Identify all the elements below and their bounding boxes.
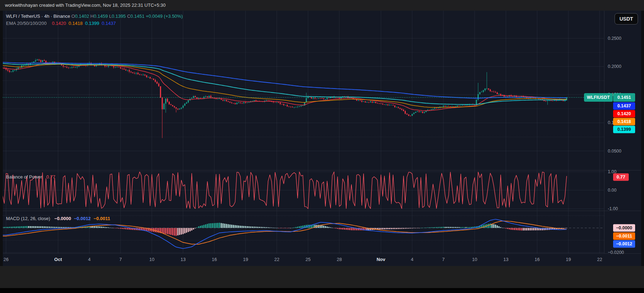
ohlc-value: 0.1402 [75, 14, 90, 19]
ema-value: 0.1420 [52, 21, 66, 26]
time-axis-tick[interactable]: 13 [180, 257, 185, 262]
time-axis-tick[interactable]: 16 [212, 257, 217, 262]
macd-legend-value: −0.0012 [74, 216, 91, 221]
time-axis-tick[interactable]: 19 [566, 257, 571, 262]
currency-toggle-button[interactable]: USDT [615, 13, 638, 25]
ohlc-key: H [91, 14, 94, 19]
ema-20-badge: 0.1420 [613, 110, 635, 117]
price-axis-tick[interactable]: 0.2000 [608, 64, 621, 69]
last-price-badge: 0.1451 [613, 93, 635, 102]
time-axis-tick[interactable]: 10 [472, 257, 477, 262]
ema-200-badge: 0.1437 [613, 102, 635, 110]
bop-value-badge: 0.77 [613, 174, 629, 181]
time-axis-tick[interactable]: Oct [54, 257, 62, 262]
macd-axis-tick[interactable]: −0.0200 [608, 250, 624, 255]
price-axis-tick[interactable]: 0.0500 [608, 149, 621, 154]
change-value: +0.0049 (+3.50%) [146, 14, 183, 19]
bop-title: Balance of Power [6, 174, 42, 180]
chart-canvas[interactable] [0, 0, 644, 293]
time-axis-tick[interactable]: 7 [442, 257, 444, 262]
ohlc-values: O0.1402 H0.1459 L0.1395 C0.1451 [71, 14, 146, 19]
time-axis-tick[interactable]: 28 [337, 257, 342, 262]
time-axis-tick[interactable]: 4 [411, 257, 413, 262]
time-axis-tick[interactable]: 22 [274, 257, 279, 262]
ema-value: 0.1399 [85, 21, 99, 26]
ohlc-value: 0.1451 [130, 14, 146, 19]
time-axis-tick[interactable]: 26 [4, 257, 9, 262]
footer-bar: TradingView [0, 266, 644, 288]
ohlc-value: 0.1459 [94, 14, 109, 19]
macd-value-badge: −0.0012 [613, 240, 635, 248]
macd-legend-value: −0.0000 [54, 216, 71, 221]
time-axis-tick[interactable]: 4 [88, 257, 91, 262]
macd-legend: MACD (12, 26, close) −0.0000−0.0012−0.00… [6, 216, 110, 221]
bop-axis-tick[interactable]: -1.00 [608, 206, 618, 211]
time-axis-tick[interactable]: 13 [503, 257, 508, 262]
time-axis-tick[interactable]: 10 [149, 257, 154, 262]
tradingview-published-chart: workwithshayan created with TradingView.… [0, 0, 644, 293]
bop-axis-tick[interactable]: 0.00 [608, 188, 616, 193]
symbol-title: WLFI / TetherUS · 4h · Binance [6, 14, 70, 19]
ema-value: 0.1418 [69, 21, 83, 26]
ohlc-key: C [127, 14, 130, 19]
price-axis-tick[interactable]: 0.2500 [608, 36, 621, 41]
ema-legend: EMA 20/50/100/2000.14200.14180.13990.143… [6, 21, 121, 26]
macd-legend-value: −0.0011 [94, 216, 110, 221]
bop-value: 0.77 [47, 174, 55, 180]
macd-title: MACD (12, 26, close) [6, 216, 50, 221]
ema-label: EMA 20/50/100/200 [6, 21, 47, 26]
time-axis-tick[interactable]: 7 [119, 257, 122, 262]
ema-value: 0.1437 [102, 21, 116, 26]
time-axis-tick[interactable]: Nov [377, 257, 386, 262]
ema-50-badge: 0.1418 [613, 118, 635, 125]
time-axis-tick[interactable]: 22 [597, 257, 602, 262]
ema-100-badge: 0.1399 [613, 126, 635, 133]
time-axis-tick[interactable]: 19 [243, 257, 248, 262]
ohlc-value: 0.1395 [112, 14, 127, 19]
bottom-strip [0, 288, 644, 293]
ohlc-key: L [109, 14, 111, 19]
time-axis-tick[interactable]: 16 [535, 257, 540, 262]
macd-value-badge: −0.0000 [613, 224, 635, 232]
symbol-price-label: WLFIUSDT [584, 93, 613, 102]
macd-value-badge: −0.0011 [613, 233, 635, 240]
ohlc-key: O [71, 14, 75, 19]
bop-legend: Balance of Power 0.77 [6, 174, 55, 180]
main-legend: WLFI / TetherUS · 4h · Binance O0.1402 H… [6, 14, 183, 19]
time-axis-tick[interactable]: 25 [305, 257, 310, 262]
